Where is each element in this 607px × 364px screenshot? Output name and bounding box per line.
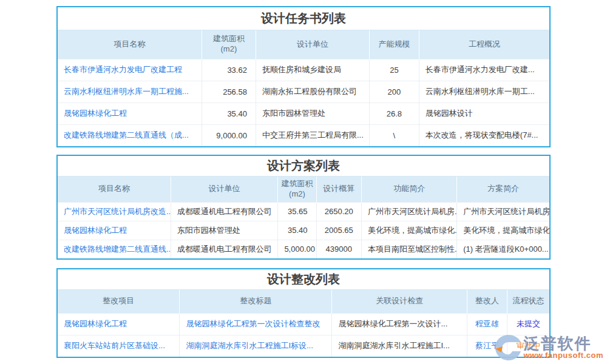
header-building-area: 建筑面积 (m2) [202, 30, 256, 59]
cell-design-unit: 抚顺住房和城乡建设局 [256, 59, 369, 81]
cell-design-unit: 东阳市园林管理处 [256, 103, 369, 124]
header-function-brief: 功能简介 [362, 177, 457, 202]
header-flow-status: 流程状态 [507, 290, 549, 313]
cell-rectify-project-link[interactable]: 襄阳火车站站前片区基础设... [58, 335, 180, 357]
header-rectify-person: 整改人 [467, 290, 507, 313]
header-project-name: 项目名称 [58, 30, 202, 59]
cell-rectify-title-link[interactable]: 晟铭园林绿化工程第一次设计检查整改 [180, 313, 332, 335]
cell-project-name-link[interactable]: 晟铭园林绿化工程 [58, 103, 202, 124]
table-row: 晟铭园林绿化工程 晟铭园林绿化工程第一次设计检查整改 晟铭园林绿化工程第一次设计… [58, 313, 549, 335]
header-rectify-title: 整改标题 [180, 290, 332, 313]
design-rectification-list-panel: 设计整改列表 整改项目 整改标题 关联设计检查 整改人 流程状态 晟铭园林绿化工… [56, 268, 551, 358]
cell-building-area: 9,000.00 [202, 124, 256, 146]
table-row: 云南水利枢纽潜明水库一期工程施... 256.58 湖南永拓工程股份有限公司 2… [58, 81, 549, 103]
cell-function-brief: 本项目南阳至城区控制性... [362, 240, 457, 258]
cell-project-name-link[interactable]: 晟铭园林绿化工程 [58, 221, 171, 240]
table-row: 晟铭园林绿化工程 东阳市园林管理处 35.40 2005.65 美化环境，提高城… [58, 221, 549, 240]
cell-overview: 长春市伊通河水力发电厂改建... [419, 59, 549, 81]
cell-plan-brief: 美化环境，提高城市绿化... [457, 221, 549, 240]
cell-capacity: 26.8 [370, 103, 419, 124]
design-task-list-title: 设计任务书列表 [58, 7, 549, 30]
cell-rectify-project-link[interactable]: 晟铭园林绿化工程 [58, 313, 180, 335]
cell-project-name-link[interactable]: 改建铁路线增建第二线直通线... [58, 240, 171, 258]
cell-design-budget: 2005.65 [316, 221, 362, 240]
header-row: 项目名称 建筑面积 (m2) 设计单位 产能规模 工程概况 [58, 30, 549, 59]
header-design-unit: 设计单位 [171, 177, 278, 202]
brand-name: 泛普软件 [523, 335, 591, 351]
brand-url: www.fanpusoft.com [523, 351, 603, 360]
table-row: 改建铁路线增建第二线直通线（成... 9,000.00 中交王府井第三工程局有限… [58, 124, 549, 146]
cell-plan-brief: (1) 老营隧道段K0+000... [457, 240, 549, 258]
watermark-text-block: 泛普软件 www.fanpusoft.com [523, 335, 603, 360]
cell-project-name-link[interactable]: 改建铁路线增建第二线直通线（成... [58, 124, 202, 146]
cell-capacity: 200 [370, 81, 419, 103]
cell-design-unit: 东阳市园林管理处 [171, 221, 278, 240]
cell-overview: 云南水利枢纽潜明水库一期工... [419, 81, 549, 103]
header-rectify-project: 整改项目 [58, 290, 180, 313]
cell-building-area: 33.62 [202, 59, 256, 81]
cell-design-unit: 成都暖通机电工程有限公司 [171, 202, 278, 221]
cell-rectify-person-link[interactable]: 程亚雄 [467, 313, 507, 335]
header-related-design-check: 关联设计检查 [332, 290, 467, 313]
header-capacity-scale: 产能规模 [370, 30, 419, 59]
design-rectification-list-title: 设计整改列表 [58, 269, 549, 290]
cell-project-name-link[interactable]: 长春市伊通河水力发电厂改建工程 [58, 59, 202, 81]
cell-overview: 本次改造，将现状变配电楼(7#... [419, 124, 549, 146]
cell-design-budget: 439000 [316, 240, 362, 258]
cell-related-design-check: 湖南洞庭湖水库引水工程施工I... [332, 335, 467, 357]
header-row: 整改项目 整改标题 关联设计检查 整改人 流程状态 [58, 290, 549, 313]
header-project-name: 项目名称 [58, 177, 171, 202]
design-rectification-table: 整改项目 整改标题 关联设计检查 整改人 流程状态 晟铭园林绿化工程 晟铭园林绿… [58, 290, 549, 357]
cell-function-brief: 广州市天河区统计局机房... [362, 202, 457, 221]
fanpu-swirl-logo-icon [494, 334, 522, 361]
design-plan-list-title: 设计方案列表 [58, 156, 549, 177]
table-row: 晟铭园林绿化工程 35.40 东阳市园林管理处 26.8 晟铭园林设计 [58, 103, 549, 124]
cell-building-area: 35.65 [278, 202, 316, 221]
cell-building-area: 256.58 [202, 81, 256, 103]
cell-capacity: \ [370, 124, 419, 146]
cell-design-unit: 成都暖通机电工程有限公司 [171, 240, 278, 258]
design-plan-table: 项目名称 设计单位 建筑面积 (m2) 设计概算 功能简介 方案简介 广州市天河… [58, 177, 549, 258]
cell-rectify-title-link[interactable]: 湖南洞庭湖水库引水工程施工I标设... [180, 335, 332, 357]
cell-related-design-check: 晟铭园林绿化工程第一次设计... [332, 313, 467, 335]
design-task-list-panel: 设计任务书列表 项目名称 建筑面积 (m2) 设计单位 产能规模 工程概况 长春… [56, 6, 551, 147]
cell-building-area: 5,000.00 [278, 240, 316, 258]
header-plan-brief: 方案简介 [457, 177, 549, 202]
cell-building-area: 35.40 [278, 221, 316, 240]
design-plan-list-panel: 设计方案列表 项目名称 设计单位 建筑面积 (m2) 设计概算 功能简介 方案简… [56, 155, 551, 260]
cell-plan-brief: 广州市天河区统计局机房... [457, 202, 549, 221]
cell-capacity: 25 [370, 59, 419, 81]
header-design-budget: 设计概算 [316, 177, 362, 202]
fanpu-watermark: 泛普软件 www.fanpusoft.com [494, 334, 603, 361]
header-building-area: 建筑面积 (m2) [278, 177, 316, 202]
cell-overview: 晟铭园林设计 [419, 103, 549, 124]
cell-design-unit: 湖南永拓工程股份有限公司 [256, 81, 369, 103]
cell-building-area: 35.40 [202, 103, 256, 124]
table-row: 广州市天河区统计局机房改造... 成都暖通机电工程有限公司 35.65 2650… [58, 202, 549, 221]
header-design-unit: 设计单位 [256, 30, 369, 59]
table-row: 襄阳火车站站前片区基础设... 湖南洞庭湖水库引水工程施工I标设... 湖南洞庭… [58, 335, 549, 357]
design-task-table: 项目名称 建筑面积 (m2) 设计单位 产能规模 工程概况 长春市伊通河水力发电… [58, 30, 549, 146]
status-badge: 未提交 [507, 313, 549, 335]
cell-project-name-link[interactable]: 广州市天河区统计局机房改造... [58, 202, 171, 221]
header-row: 项目名称 设计单位 建筑面积 (m2) 设计概算 功能简介 方案简介 [58, 177, 549, 202]
cell-project-name-link[interactable]: 云南水利枢纽潜明水库一期工程施... [58, 81, 202, 103]
cell-function-brief: 美化环境，提高城市绿化... [362, 221, 457, 240]
table-row: 长春市伊通河水力发电厂改建工程 33.62 抚顺住房和城乡建设局 25 长春市伊… [58, 59, 549, 81]
header-project-overview: 工程概况 [419, 30, 549, 59]
table-row: 改建铁路线增建第二线直通线... 成都暖通机电工程有限公司 5,000.00 4… [58, 240, 549, 258]
cell-design-unit: 中交王府井第三工程局有限... [256, 124, 369, 146]
cell-design-budget: 2650.20 [316, 202, 362, 221]
